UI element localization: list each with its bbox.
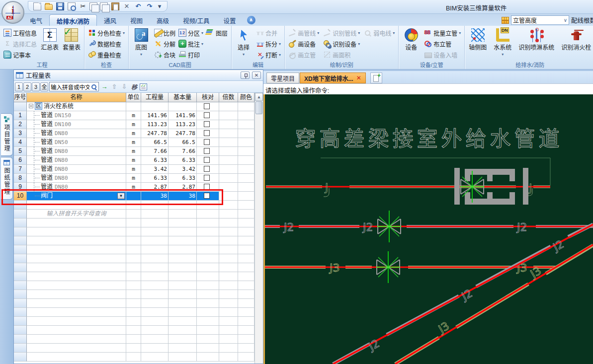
save-icon[interactable] bbox=[56, 2, 64, 10]
check-checkbox[interactable] bbox=[204, 184, 210, 190]
open-folder-icon[interactable] bbox=[45, 4, 53, 10]
draw-area-button[interactable]: 画面积 bbox=[322, 49, 361, 60]
scrollbar-thumb[interactable] bbox=[255, 101, 262, 114]
check-checkbox[interactable] bbox=[204, 157, 210, 163]
table-row[interactable]: 2 管道DN100▼ m 113.23 113.23 bbox=[14, 120, 254, 129]
table-row[interactable]: 8 管道DN80▼ m 6.33 6.33 bbox=[14, 174, 254, 183]
check-checkbox[interactable] bbox=[204, 112, 210, 118]
move-button[interactable]: 移 bbox=[130, 82, 139, 91]
quota-table-button[interactable]: 套量表 bbox=[61, 27, 82, 51]
paste-icon[interactable] bbox=[111, 2, 119, 10]
sidebar-tab-drawing-management[interactable]: 图纸管理 bbox=[1, 157, 13, 200]
menu-tab[interactable]: 通风 bbox=[97, 14, 123, 26]
level-filter-button[interactable]: 2 bbox=[23, 82, 31, 91]
table-row[interactable]: 1 管道DN150▼ m 141.96 141.96 bbox=[14, 111, 254, 120]
level-filter-button[interactable]: 全 bbox=[40, 82, 48, 91]
copy-icon[interactable] bbox=[89, 2, 97, 10]
break-button[interactable]: 打断▾ bbox=[254, 49, 282, 60]
table-row[interactable]: 6 管道DN80▼ m 6.33 6.33 bbox=[14, 156, 254, 165]
riser-height-combobox[interactable]: 立管高度 ∨ bbox=[511, 15, 569, 25]
overlap-check-button[interactable]: 重叠检查 bbox=[86, 49, 126, 60]
check-checkbox[interactable] bbox=[204, 166, 210, 172]
checklist-icon[interactable] bbox=[140, 83, 147, 90]
down-arrow-icon[interactable]: ⇩ bbox=[120, 83, 129, 90]
table-group-row[interactable]: 区消火栓系统 bbox=[14, 102, 254, 111]
layer-button[interactable]: 图层 bbox=[205, 27, 229, 38]
cad-base-button[interactable]: 底图▾ bbox=[131, 27, 152, 57]
search-input[interactable] bbox=[50, 84, 90, 90]
select-summary-button[interactable]: 选择汇总 bbox=[2, 38, 38, 49]
table-row[interactable]: 5 管道DN80▼ m 7.66 7.66 bbox=[14, 147, 254, 156]
recognize-sprinkler-button[interactable]: 识别喷淋系统 bbox=[516, 27, 556, 51]
draw-device-button[interactable]: 画设备 bbox=[287, 38, 321, 49]
app-logo-button[interactable]: i AZ bbox=[1, 1, 24, 24]
menu-tab[interactable]: 视图 bbox=[123, 14, 150, 26]
weak-current-button[interactable]: 弱电线▾ bbox=[362, 27, 396, 38]
water-system-button[interactable]: 水系统▾ bbox=[492, 27, 513, 57]
summary-table-button[interactable]: 汇总表 bbox=[39, 27, 60, 51]
recognize-hydrant-button[interactable]: 识别消火栓 bbox=[559, 27, 593, 51]
table-vertical-scrollbar[interactable]: ▲ bbox=[254, 93, 263, 364]
notepad-button[interactable]: 记事本 bbox=[2, 49, 38, 60]
axonometric-button[interactable]: 轴侧图 bbox=[467, 27, 489, 51]
draw-pipeline-button[interactable]: 画管线▾ bbox=[287, 27, 321, 38]
drawing-tab[interactable]: 零星项目 ✕ bbox=[266, 73, 299, 83]
draw-riser-button[interactable]: 画立管 bbox=[287, 49, 321, 60]
menu-tab[interactable]: 视频/工具 bbox=[176, 14, 216, 26]
data-check-button[interactable]: 数据检查 bbox=[86, 38, 126, 49]
menu-tab[interactable]: 电气 bbox=[23, 14, 49, 26]
table-row[interactable]: 7 管道DN80▼ m 3.42 3.42 bbox=[14, 165, 254, 174]
project-info-button[interactable]: 工程信息 bbox=[2, 27, 38, 38]
split-button[interactable]: 拆分▾ bbox=[254, 38, 282, 49]
close-icon[interactable]: ✕ bbox=[252, 72, 261, 79]
check-checkbox[interactable] bbox=[204, 139, 210, 145]
drawing-tab[interactable]: XD地下室给排水... ✕ bbox=[300, 73, 366, 83]
lay-riser-button[interactable]: 布立管 bbox=[423, 38, 462, 49]
batch-riser-button[interactable]: 批量立管▾ bbox=[423, 27, 462, 38]
scroll-up-arrow-icon[interactable]: ▲ bbox=[255, 93, 263, 101]
recognize-pipeline-button[interactable]: 识别管线▾ bbox=[322, 27, 361, 38]
device-button[interactable]: 设备 bbox=[401, 27, 422, 51]
print-preview-icon[interactable] bbox=[68, 2, 76, 10]
delete-icon[interactable]: ✕ bbox=[123, 2, 131, 10]
check-checkbox[interactable] bbox=[204, 193, 210, 199]
select-button[interactable]: 选择▾ bbox=[234, 27, 254, 57]
undo-icon[interactable]: ↶ bbox=[134, 2, 142, 10]
redo-icon[interactable]: ↷ bbox=[146, 2, 154, 10]
print-button[interactable]: 打印 bbox=[177, 49, 201, 60]
partition-button[interactable]: 分区▾ bbox=[177, 27, 205, 38]
annotate-button[interactable]: 批注▾ bbox=[177, 38, 205, 49]
color-check-button[interactable]: 分色检查▾ bbox=[86, 27, 126, 38]
merge-block-button[interactable]: 合块 bbox=[153, 49, 177, 60]
level-filter-button[interactable]: 1 bbox=[15, 82, 23, 91]
ribbon-collapse-button[interactable]: ∧ bbox=[247, 16, 255, 24]
cut-icon[interactable]: ✂ bbox=[79, 2, 87, 10]
table-row[interactable]: 10 阀门▼ 38 38 bbox=[14, 192, 254, 201]
up-arrow-icon[interactable]: ⇧ bbox=[110, 83, 119, 90]
check-checkbox[interactable] bbox=[204, 121, 210, 127]
command-bar[interactable]: 请选择或输入操作命令: bbox=[263, 83, 593, 94]
go-arrow-icon[interactable]: → bbox=[100, 83, 109, 90]
scale-button[interactable]: 比例 bbox=[153, 27, 177, 38]
new-document-icon[interactable] bbox=[33, 2, 41, 10]
close-tab-icon[interactable]: ✕ bbox=[356, 74, 361, 81]
collapse-minus-icon[interactable] bbox=[29, 104, 33, 108]
sidebar-tab-project-management[interactable]: 项目管理 bbox=[1, 113, 13, 156]
table-row[interactable]: 4 管道DN50▼ m 66.5 66.5 bbox=[14, 138, 254, 147]
table-row[interactable]: 9 管道DN80▼ m 2.87 2.87 bbox=[14, 183, 254, 192]
level-filter-button[interactable]: 3 bbox=[32, 82, 40, 91]
check-checkbox[interactable] bbox=[204, 103, 210, 109]
pin-icon[interactable] bbox=[241, 72, 250, 79]
check-checkbox[interactable] bbox=[204, 130, 210, 136]
table-grid-icon[interactable] bbox=[502, 17, 509, 24]
name-dropdown-button[interactable]: ▼ bbox=[117, 193, 125, 199]
copy-format-icon[interactable] bbox=[100, 2, 108, 10]
merge-button[interactable]: 合并 bbox=[254, 27, 282, 38]
menu-tab[interactable]: 设置 bbox=[217, 14, 243, 26]
customize-toolbar-arrow-icon[interactable]: ▾ bbox=[157, 2, 162, 10]
new-drawing-tab-button[interactable] bbox=[370, 73, 382, 83]
explode-button[interactable]: 分解 bbox=[153, 38, 177, 49]
device-into-wall-button[interactable]: 设备入墙 bbox=[423, 49, 462, 60]
check-checkbox[interactable] bbox=[204, 148, 210, 154]
cad-canvas[interactable]: 穿高差梁接室外给水管道 J J bbox=[263, 94, 593, 364]
